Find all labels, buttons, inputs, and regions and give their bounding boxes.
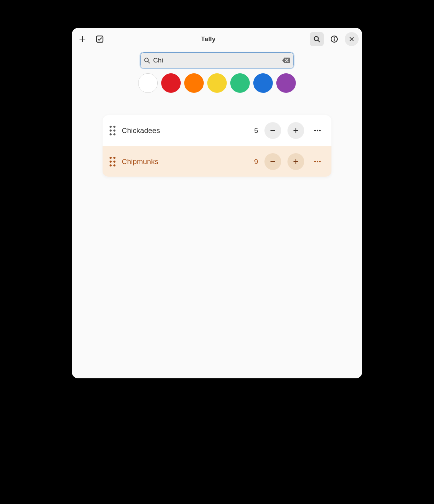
decrement-button[interactable]	[264, 153, 281, 170]
about-button[interactable]	[327, 32, 341, 46]
color-swatch-orange[interactable]	[184, 73, 204, 93]
plus-icon	[292, 127, 299, 134]
titlebar: Tally	[72, 28, 362, 50]
counter-value: 9	[250, 157, 258, 166]
counter-name: Chipmunks	[122, 157, 244, 166]
searchbar	[72, 50, 362, 72]
search-icon	[313, 35, 321, 43]
more-button[interactable]	[310, 124, 324, 138]
color-swatch-yellow[interactable]	[207, 73, 227, 93]
color-swatch-purple[interactable]	[276, 73, 296, 93]
plus-icon	[78, 35, 86, 43]
counter-row[interactable]: Chipmunks 9	[103, 146, 331, 177]
decrement-button[interactable]	[264, 122, 281, 139]
clear-search-button[interactable]	[282, 57, 291, 64]
close-button[interactable]	[345, 32, 359, 46]
checkbox-icon	[96, 35, 104, 43]
drag-handle-icon[interactable]	[110, 157, 115, 166]
svg-point-3	[334, 37, 335, 38]
counter-row[interactable]: Chickadees 5	[103, 115, 331, 146]
minus-icon	[269, 158, 276, 165]
color-swatch-green[interactable]	[230, 73, 250, 93]
svg-point-4	[144, 58, 148, 62]
svg-point-10	[319, 161, 321, 162]
more-icon	[313, 126, 322, 135]
color-filter-row	[72, 72, 362, 99]
app-title: Tally	[110, 35, 306, 43]
select-button[interactable]	[93, 32, 107, 46]
counter-list: Chickadees 5 Chipmunks 9	[103, 115, 331, 177]
info-icon	[330, 35, 338, 43]
increment-button[interactable]	[287, 153, 304, 170]
svg-point-1	[314, 37, 319, 41]
svg-point-9	[317, 161, 318, 162]
svg-point-8	[314, 161, 316, 162]
svg-point-5	[314, 130, 316, 131]
add-button[interactable]	[75, 32, 89, 46]
titlebar-left	[75, 32, 107, 46]
plus-icon	[292, 158, 299, 165]
color-swatch-blue[interactable]	[253, 73, 273, 93]
color-swatch-red[interactable]	[161, 73, 181, 93]
close-icon	[349, 36, 354, 42]
svg-point-7	[319, 130, 321, 131]
counter-value: 5	[250, 126, 258, 135]
titlebar-right	[310, 32, 359, 46]
more-button[interactable]	[310, 155, 324, 169]
increment-button[interactable]	[287, 122, 304, 139]
drag-handle-icon[interactable]	[110, 126, 115, 135]
backspace-clear-icon	[282, 57, 291, 64]
app-window: Tally	[72, 28, 362, 378]
counter-name: Chickadees	[122, 126, 244, 135]
color-swatch-white[interactable]	[138, 73, 158, 93]
search-input[interactable]	[152, 56, 279, 65]
searchbox[interactable]	[140, 52, 294, 68]
more-icon	[313, 157, 322, 166]
main-content: Chickadees 5 Chipmunks 9	[72, 99, 362, 177]
search-button[interactable]	[310, 32, 324, 46]
minus-icon	[269, 127, 276, 134]
svg-point-6	[317, 130, 318, 131]
search-icon	[143, 57, 150, 64]
